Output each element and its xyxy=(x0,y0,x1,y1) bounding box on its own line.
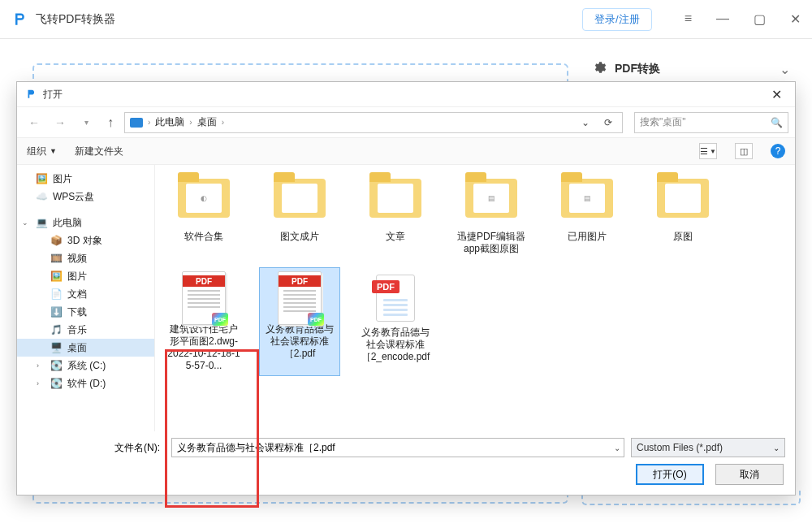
dialog-app-icon xyxy=(25,88,38,101)
view-mode-button[interactable]: ☰▼ xyxy=(699,143,717,159)
tree-pictures[interactable]: 🖼️图片 xyxy=(17,170,154,188)
minimize-icon[interactable]: — xyxy=(716,11,729,27)
open-dialog: 打开 ✕ ← → ▾ ↑ › 此电脑 › 桌面 › ⌄ ⟳ 搜索"桌面" 🔍 组… xyxy=(16,81,796,496)
pc-icon xyxy=(130,118,143,128)
dialog-toolbar: 组织▼ 新建文件夹 ☰▼ ◫ ? xyxy=(17,137,795,165)
cloud-icon: ☁️ xyxy=(35,191,48,202)
refresh-icon[interactable]: ⟳ xyxy=(599,117,617,128)
desktop-icon: 🖥️ xyxy=(50,342,63,353)
nav-tree: 🖼️图片 ☁️WPS云盘 ⌄💻此电脑 📦3D 对象 🎞️视频 🖼️图片 📄文档 … xyxy=(17,165,155,431)
organize-button[interactable]: 组织▼ xyxy=(27,145,57,158)
folder-item[interactable]: ▤已用图片 xyxy=(546,168,628,259)
nav-back-icon[interactable]: ← xyxy=(24,112,45,133)
maximize-icon[interactable]: ▢ xyxy=(754,11,766,27)
chevron-down-icon: ⌄ xyxy=(780,62,790,77)
nav-up-icon[interactable]: ↑ xyxy=(102,114,119,132)
nav-forward-icon[interactable]: → xyxy=(50,112,71,133)
search-icon: 🔍 xyxy=(771,117,783,128)
filetype-filter[interactable]: Custom Files (*.pdf) ⌄ xyxy=(631,438,785,457)
cube-icon: 📦 xyxy=(50,235,63,246)
tree-drive-d[interactable]: ›💽软件 (D:) xyxy=(17,374,154,392)
expand-icon[interactable]: › xyxy=(37,361,39,370)
folder-item[interactable]: ▤迅捷PDF编辑器app截图原图 xyxy=(451,168,532,259)
tree-3d-objects[interactable]: 📦3D 对象 xyxy=(17,232,154,249)
folder-item[interactable]: 文章 xyxy=(355,168,436,259)
app-title: 飞转PDF转换器 xyxy=(36,12,115,27)
cancel-button[interactable]: 取消 xyxy=(715,464,784,485)
open-button[interactable]: 打开(O) xyxy=(636,464,704,485)
dialog-titlebar: 打开 ✕ xyxy=(17,82,795,106)
folder-item[interactable]: 原图 xyxy=(642,168,723,259)
drive-icon: 💽 xyxy=(50,360,63,371)
tree-this-pc[interactable]: ⌄💻此电脑 xyxy=(17,214,154,232)
crumb-desktop[interactable]: 桌面 xyxy=(197,115,217,129)
filename-input[interactable]: 义务教育品德与社会课程标准［2.pdf ⌄ xyxy=(171,438,624,457)
search-placeholder: 搜索"桌面" xyxy=(640,115,686,129)
dialog-footer: 文件名(N): 义务教育品德与社会课程标准［2.pdf ⌄ Custom Fil… xyxy=(17,431,795,495)
app-titlebar: 飞转PDF转换器 登录/注册 ≡ — ▢ ✕ xyxy=(0,0,812,39)
tree-music[interactable]: 🎵音乐 xyxy=(17,321,154,339)
folder-item[interactable]: ◐软件合集 xyxy=(163,168,244,259)
preview-pane-button[interactable]: ◫ xyxy=(735,143,753,159)
image-icon: 🖼️ xyxy=(35,173,48,184)
file-item-pdf-selected[interactable]: PDFPDF 义务教育品德与社会课程标准［2.pdf xyxy=(259,267,340,376)
dialog-title: 打开 xyxy=(43,88,63,102)
address-dropdown-icon[interactable]: ⌄ xyxy=(577,117,594,128)
folder-item[interactable]: 图文成片 xyxy=(259,168,340,259)
music-icon: 🎵 xyxy=(50,324,63,335)
expand-icon[interactable]: › xyxy=(37,379,39,387)
search-input[interactable]: 搜索"桌面" 🔍 xyxy=(634,112,788,133)
right-panel-header[interactable]: PDF转换 ⌄ xyxy=(581,53,801,85)
nav-recent-icon[interactable]: ▾ xyxy=(76,112,97,133)
download-icon: ⬇️ xyxy=(50,306,63,318)
gear-icon xyxy=(592,60,607,78)
menu-icon[interactable]: ≡ xyxy=(685,11,692,27)
dropdown-icon[interactable]: ⌄ xyxy=(773,444,780,452)
file-list[interactable]: ◐软件合集 图文成片 文章 ▤迅捷PDF编辑器app截图原图 ▤已用图片 原图 … xyxy=(155,165,795,431)
address-bar[interactable]: › 此电脑 › 桌面 › ⌄ ⟳ xyxy=(124,112,623,133)
tree-downloads[interactable]: ⬇️下载 xyxy=(17,303,154,321)
video-icon: 🎞️ xyxy=(50,253,63,264)
filename-label: 文件名(N): xyxy=(27,441,165,455)
tree-wps[interactable]: ☁️WPS云盘 xyxy=(17,188,154,206)
new-folder-button[interactable]: 新建文件夹 xyxy=(75,145,123,158)
pc-icon: 💻 xyxy=(35,217,48,228)
tree-drive-c[interactable]: ›💽系统 (C:) xyxy=(17,357,154,374)
close-icon[interactable]: ✕ xyxy=(790,11,801,27)
app-logo-icon xyxy=(11,11,28,28)
tree-pictures2[interactable]: 🖼️图片 xyxy=(17,267,154,285)
dialog-nav: ← → ▾ ↑ › 此电脑 › 桌面 › ⌄ ⟳ 搜索"桌面" 🔍 xyxy=(17,106,795,137)
help-icon[interactable]: ? xyxy=(771,144,785,158)
tree-videos[interactable]: 🎞️视频 xyxy=(17,249,154,267)
tree-desktop[interactable]: 🖥️桌面 xyxy=(17,339,154,357)
right-panel-title: PDF转换 xyxy=(615,62,771,76)
dropdown-icon[interactable]: ⌄ xyxy=(614,444,620,452)
drive-icon: 💽 xyxy=(50,378,63,389)
document-icon: 📄 xyxy=(50,288,63,300)
image-icon: 🖼️ xyxy=(50,270,63,282)
file-item-pdf[interactable]: PDFPDF 建筑设计住宅户形平面图2.dwg-2022-10-12-18-15… xyxy=(163,267,244,376)
file-item-pdf[interactable]: PDF 义务教育品德与社会课程标准［2_encode.pdf xyxy=(355,267,436,376)
login-button[interactable]: 登录/注册 xyxy=(582,8,652,31)
tree-documents[interactable]: 📄文档 xyxy=(17,285,154,303)
dialog-close-icon[interactable]: ✕ xyxy=(767,87,787,102)
crumb-this-pc[interactable]: 此电脑 xyxy=(155,115,184,129)
collapse-icon[interactable]: ⌄ xyxy=(22,219,28,227)
